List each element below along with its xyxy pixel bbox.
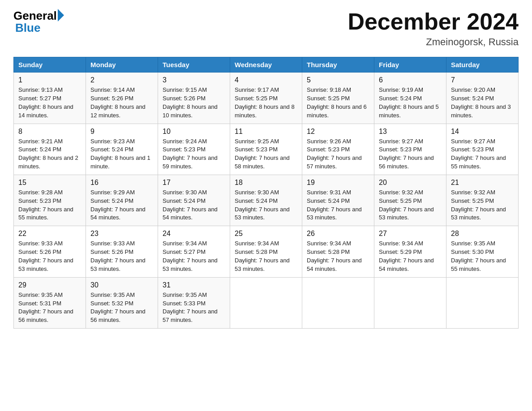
calendar-cell: 23Sunrise: 9:33 AMSunset: 5:26 PMDayligh… xyxy=(86,226,158,277)
day-sun-info: Sunrise: 9:13 AMSunset: 5:27 PMDaylight:… xyxy=(18,86,81,120)
calendar-cell: 8Sunrise: 9:21 AMSunset: 5:24 PMDaylight… xyxy=(14,124,86,175)
month-year-title: December 2024 xyxy=(348,9,519,34)
day-number: 21 xyxy=(451,179,514,187)
day-number: 17 xyxy=(163,179,225,187)
day-number: 31 xyxy=(163,281,225,289)
calendar-week-row: 1Sunrise: 9:13 AMSunset: 5:27 PMDaylight… xyxy=(14,73,519,124)
day-number: 25 xyxy=(235,230,297,238)
calendar-cell: 20Sunrise: 9:32 AMSunset: 5:25 PMDayligh… xyxy=(374,175,446,226)
day-sun-info: Sunrise: 9:35 AMSunset: 5:32 PMDaylight:… xyxy=(90,291,153,325)
page-header: General Blue December 2024 Zmeinogorsk, … xyxy=(13,9,519,48)
day-number: 7 xyxy=(451,76,514,84)
calendar-cell: 6Sunrise: 9:19 AMSunset: 5:24 PMDaylight… xyxy=(374,73,446,124)
weekday-header-wednesday: Wednesday xyxy=(230,57,302,73)
calendar-cell: 14Sunrise: 9:27 AMSunset: 5:23 PMDayligh… xyxy=(446,124,519,175)
calendar-cell: 10Sunrise: 9:24 AMSunset: 5:23 PMDayligh… xyxy=(158,124,230,175)
day-sun-info: Sunrise: 9:30 AMSunset: 5:24 PMDaylight:… xyxy=(163,188,225,222)
day-number: 10 xyxy=(163,128,225,136)
calendar-week-row: 29Sunrise: 9:35 AMSunset: 5:31 PMDayligh… xyxy=(14,277,519,328)
day-sun-info: Sunrise: 9:18 AMSunset: 5:25 PMDaylight:… xyxy=(307,86,369,120)
day-number: 2 xyxy=(90,76,153,84)
title-block: December 2024 Zmeinogorsk, Russia xyxy=(348,9,519,48)
day-sun-info: Sunrise: 9:17 AMSunset: 5:25 PMDaylight:… xyxy=(235,86,297,120)
day-number: 8 xyxy=(18,128,81,136)
day-number: 13 xyxy=(379,128,442,136)
day-sun-info: Sunrise: 9:28 AMSunset: 5:23 PMDaylight:… xyxy=(18,188,81,222)
calendar-cell: 13Sunrise: 9:27 AMSunset: 5:23 PMDayligh… xyxy=(374,124,446,175)
calendar-cell: 1Sunrise: 9:13 AMSunset: 5:27 PMDaylight… xyxy=(14,73,86,124)
weekday-header-thursday: Thursday xyxy=(302,57,374,73)
calendar-cell: 15Sunrise: 9:28 AMSunset: 5:23 PMDayligh… xyxy=(14,175,86,226)
day-sun-info: Sunrise: 9:30 AMSunset: 5:24 PMDaylight:… xyxy=(235,188,297,222)
day-number: 14 xyxy=(451,128,514,136)
day-sun-info: Sunrise: 9:34 AMSunset: 5:28 PMDaylight:… xyxy=(235,240,297,273)
day-sun-info: Sunrise: 9:26 AMSunset: 5:23 PMDaylight:… xyxy=(307,137,369,171)
calendar-week-row: 22Sunrise: 9:33 AMSunset: 5:26 PMDayligh… xyxy=(14,226,519,277)
day-sun-info: Sunrise: 9:35 AMSunset: 5:31 PMDaylight:… xyxy=(18,291,81,325)
weekday-header-saturday: Saturday xyxy=(446,57,519,73)
day-sun-info: Sunrise: 9:33 AMSunset: 5:26 PMDaylight:… xyxy=(18,240,81,273)
day-number: 23 xyxy=(90,230,153,238)
calendar-cell xyxy=(446,277,519,328)
day-sun-info: Sunrise: 9:15 AMSunset: 5:26 PMDaylight:… xyxy=(163,86,225,120)
location-subtitle: Zmeinogorsk, Russia xyxy=(348,36,519,48)
calendar-cell xyxy=(230,277,302,328)
day-number: 24 xyxy=(163,230,225,238)
weekday-header-monday: Monday xyxy=(86,57,158,73)
day-number: 20 xyxy=(379,179,442,187)
day-number: 28 xyxy=(451,230,514,238)
day-number: 26 xyxy=(307,230,369,238)
day-sun-info: Sunrise: 9:24 AMSunset: 5:23 PMDaylight:… xyxy=(163,137,225,171)
weekday-header-sunday: Sunday xyxy=(14,57,86,73)
day-sun-info: Sunrise: 9:34 AMSunset: 5:29 PMDaylight:… xyxy=(379,240,442,273)
day-sun-info: Sunrise: 9:23 AMSunset: 5:24 PMDaylight:… xyxy=(90,137,153,171)
day-number: 12 xyxy=(307,128,369,136)
calendar-cell: 27Sunrise: 9:34 AMSunset: 5:29 PMDayligh… xyxy=(374,226,446,277)
calendar-week-row: 8Sunrise: 9:21 AMSunset: 5:24 PMDaylight… xyxy=(14,124,519,175)
day-number: 22 xyxy=(18,230,81,238)
calendar-cell xyxy=(374,277,446,328)
calendar-cell: 18Sunrise: 9:30 AMSunset: 5:24 PMDayligh… xyxy=(230,175,302,226)
day-number: 18 xyxy=(235,179,297,187)
calendar-week-row: 15Sunrise: 9:28 AMSunset: 5:23 PMDayligh… xyxy=(14,175,519,226)
day-number: 27 xyxy=(379,230,442,238)
logo: General Blue xyxy=(13,9,64,35)
day-sun-info: Sunrise: 9:25 AMSunset: 5:23 PMDaylight:… xyxy=(235,137,297,171)
day-number: 4 xyxy=(235,76,297,84)
day-number: 1 xyxy=(18,76,81,84)
calendar-cell: 3Sunrise: 9:15 AMSunset: 5:26 PMDaylight… xyxy=(158,73,230,124)
calendar-cell: 17Sunrise: 9:30 AMSunset: 5:24 PMDayligh… xyxy=(158,175,230,226)
calendar-cell: 22Sunrise: 9:33 AMSunset: 5:26 PMDayligh… xyxy=(14,226,86,277)
day-number: 30 xyxy=(90,281,153,289)
day-sun-info: Sunrise: 9:32 AMSunset: 5:25 PMDaylight:… xyxy=(379,188,442,222)
logo-blue-text: Blue xyxy=(13,21,40,35)
calendar-cell: 19Sunrise: 9:31 AMSunset: 5:24 PMDayligh… xyxy=(302,175,374,226)
weekday-header-row: SundayMondayTuesdayWednesdayThursdayFrid… xyxy=(14,57,519,73)
day-sun-info: Sunrise: 9:27 AMSunset: 5:23 PMDaylight:… xyxy=(379,137,442,171)
day-sun-info: Sunrise: 9:29 AMSunset: 5:24 PMDaylight:… xyxy=(90,188,153,222)
calendar-cell: 28Sunrise: 9:35 AMSunset: 5:30 PMDayligh… xyxy=(446,226,519,277)
day-number: 11 xyxy=(235,128,297,136)
weekday-header-tuesday: Tuesday xyxy=(158,57,230,73)
calendar-cell: 4Sunrise: 9:17 AMSunset: 5:25 PMDaylight… xyxy=(230,73,302,124)
calendar-cell: 2Sunrise: 9:14 AMSunset: 5:26 PMDaylight… xyxy=(86,73,158,124)
day-sun-info: Sunrise: 9:19 AMSunset: 5:24 PMDaylight:… xyxy=(379,86,442,120)
day-sun-info: Sunrise: 9:21 AMSunset: 5:24 PMDaylight:… xyxy=(18,137,81,171)
day-sun-info: Sunrise: 9:33 AMSunset: 5:26 PMDaylight:… xyxy=(90,240,153,273)
calendar-cell: 31Sunrise: 9:35 AMSunset: 5:33 PMDayligh… xyxy=(158,277,230,328)
calendar-cell: 11Sunrise: 9:25 AMSunset: 5:23 PMDayligh… xyxy=(230,124,302,175)
day-number: 9 xyxy=(90,128,153,136)
day-number: 6 xyxy=(379,76,442,84)
calendar-cell: 29Sunrise: 9:35 AMSunset: 5:31 PMDayligh… xyxy=(14,277,86,328)
day-number: 15 xyxy=(18,179,81,187)
calendar-cell xyxy=(302,277,374,328)
day-number: 3 xyxy=(163,76,225,84)
calendar-cell: 9Sunrise: 9:23 AMSunset: 5:24 PMDaylight… xyxy=(86,124,158,175)
day-sun-info: Sunrise: 9:20 AMSunset: 5:24 PMDaylight:… xyxy=(451,86,514,120)
day-number: 29 xyxy=(18,281,81,289)
weekday-header-friday: Friday xyxy=(374,57,446,73)
day-sun-info: Sunrise: 9:35 AMSunset: 5:33 PMDaylight:… xyxy=(163,291,225,325)
calendar-cell: 24Sunrise: 9:34 AMSunset: 5:27 PMDayligh… xyxy=(158,226,230,277)
logo-arrow-icon xyxy=(58,9,64,21)
calendar-cell: 5Sunrise: 9:18 AMSunset: 5:25 PMDaylight… xyxy=(302,73,374,124)
